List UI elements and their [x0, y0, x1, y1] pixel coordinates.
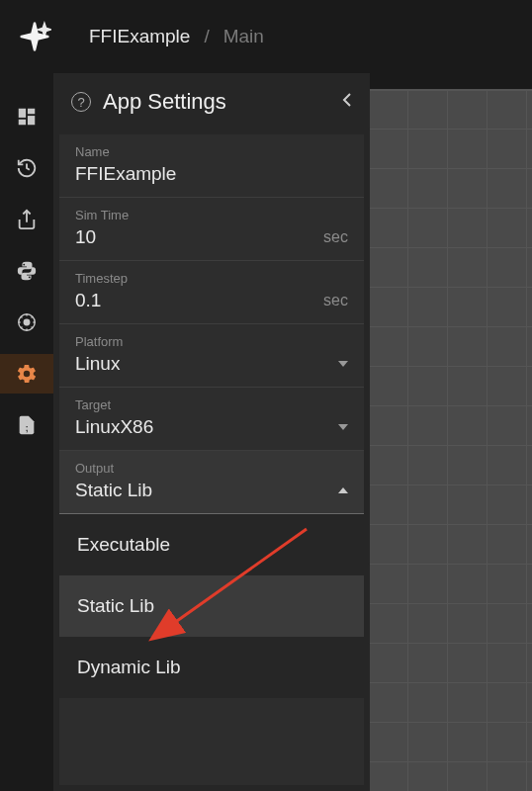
field-label: Name	[75, 144, 348, 159]
svg-text:;: ;	[26, 424, 29, 433]
chevron-left-icon	[342, 92, 352, 108]
field-unit: sec	[323, 228, 348, 246]
sidebar-item-rust[interactable]	[0, 303, 53, 342]
sidebar-item-dashboard[interactable]	[0, 97, 53, 136]
settings-panel: ? App Settings Name FFIExample Sim Time …	[53, 73, 370, 791]
svg-rect-0	[19, 109, 26, 118]
field-value: Static Lib	[75, 480, 152, 501]
field-label: Timestep	[75, 271, 348, 286]
sidebar-item-file[interactable]: ;	[0, 405, 53, 445]
help-icon[interactable]: ?	[71, 92, 91, 112]
gear-icon	[16, 363, 38, 385]
field-value: LinuxX86	[75, 416, 153, 438]
sidebar-item-history[interactable]	[0, 148, 53, 188]
python-icon	[16, 260, 38, 282]
breadcrumb: FFIExample / Main	[89, 26, 264, 47]
sidebar-item-settings[interactable]	[0, 354, 53, 394]
chevron-down-icon	[338, 424, 348, 430]
app-logo-icon	[18, 20, 51, 53]
sidebar-item-export[interactable]	[0, 200, 53, 239]
field-output[interactable]: Output Static Lib	[59, 451, 364, 514]
field-value: FFIExample	[75, 163, 176, 185]
dropdown-option-executable[interactable]: Executable	[59, 514, 364, 575]
field-value: 0.1	[75, 290, 101, 311]
export-icon	[16, 209, 38, 230]
collapse-button[interactable]	[342, 92, 352, 113]
svg-rect-2	[28, 116, 35, 125]
field-unit: sec	[323, 292, 348, 309]
breadcrumb-separator: /	[204, 26, 209, 47]
field-label: Sim Time	[75, 208, 348, 222]
history-icon	[16, 157, 38, 179]
chevron-up-icon	[338, 487, 348, 493]
breadcrumb-page[interactable]: Main	[223, 26, 264, 47]
file-icon: ;	[16, 414, 38, 436]
output-dropdown-list: Executable Static Lib Dynamic Lib	[59, 514, 364, 698]
topbar: FFIExample / Main	[0, 0, 532, 73]
svg-rect-3	[19, 120, 26, 126]
field-value: Linux	[75, 353, 120, 375]
field-label: Target	[75, 397, 348, 412]
field-label: Platform	[75, 334, 348, 349]
field-sim-time[interactable]: Sim Time 10 sec	[59, 198, 364, 261]
field-label: Output	[75, 461, 348, 476]
panel-title: App Settings	[103, 89, 330, 115]
dashboard-icon	[16, 106, 38, 128]
sidebar-item-python[interactable]	[0, 251, 53, 291]
field-timestep[interactable]: Timestep 0.1 sec	[59, 261, 364, 324]
dropdown-option-static-lib[interactable]: Static Lib	[59, 575, 364, 637]
canvas-area[interactable]	[370, 89, 532, 791]
field-target[interactable]: Target LinuxX86	[59, 388, 364, 451]
field-platform[interactable]: Platform Linux	[59, 324, 364, 388]
sidebar: ;	[0, 73, 53, 791]
breadcrumb-project[interactable]: FFIExample	[89, 26, 190, 47]
field-value: 10	[75, 226, 96, 248]
field-name[interactable]: Name FFIExample	[59, 134, 364, 198]
svg-point-6	[24, 319, 30, 325]
svg-rect-1	[28, 109, 35, 115]
panel-body: Name FFIExample Sim Time 10 sec Timestep…	[59, 134, 364, 785]
dropdown-option-dynamic-lib[interactable]: Dynamic Lib	[59, 637, 364, 698]
rust-icon	[16, 311, 38, 333]
chevron-down-icon	[338, 361, 348, 367]
panel-header: ? App Settings	[53, 73, 370, 134]
